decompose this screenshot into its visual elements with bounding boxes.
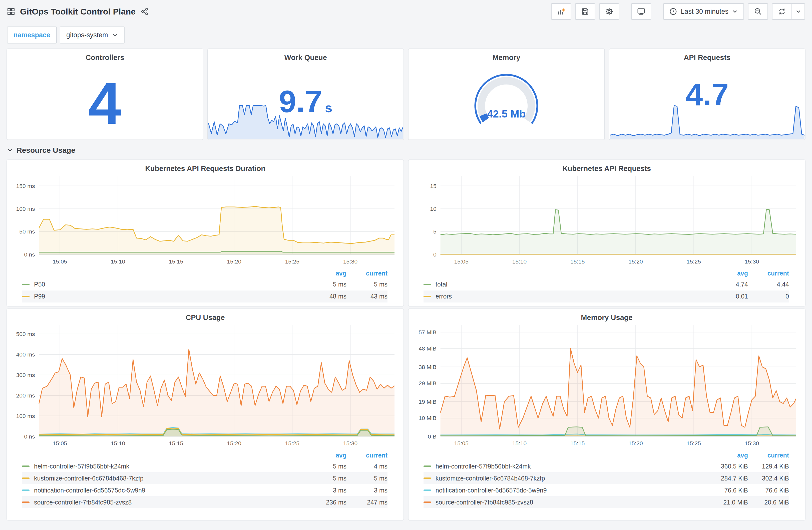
legend-current-value: 4 ms (346, 463, 388, 470)
legend-series-name[interactable]: source-controller-7fb84fc985-zvsz8 (34, 499, 305, 506)
panel-title[interactable]: API Requests (609, 49, 805, 62)
series-color-dash (423, 466, 431, 467)
cpu-usage-plot[interactable]: 15:0515:1015:1515:2015:2515:300 ns100 ms… (7, 322, 404, 449)
variable-value-text: gitops-system (66, 31, 108, 39)
legend-current-header[interactable]: current (346, 452, 388, 459)
add-panel-button[interactable] (551, 3, 571, 20)
legend-current-value: 4.44 (748, 281, 789, 288)
gear-icon (605, 8, 613, 15)
legend-current-value: 247 ms (346, 499, 388, 506)
legend-current-value: 43 ms (346, 293, 388, 300)
panel-title[interactable]: Controllers (7, 49, 203, 62)
legend-row: P9948 ms43 ms (22, 291, 388, 303)
api-requests-value: 4.7 (686, 77, 729, 112)
legend-current-header[interactable]: current (748, 452, 789, 459)
monitor-icon (637, 8, 645, 15)
svg-text:100 ms: 100 ms (16, 206, 35, 212)
legend-series-name[interactable]: kustomize-controller-6c6784b468-7kzfp (436, 475, 707, 482)
legend-header: avgcurrent (22, 268, 388, 279)
legend-current-value: 5 ms (346, 475, 388, 482)
series-color-dash (423, 284, 431, 285)
memory-usage-plot[interactable]: 15:0515:1015:1515:2015:2515:300 B10 MiB1… (408, 322, 805, 449)
svg-text:500 ms: 500 ms (16, 331, 35, 337)
legend-avg-header[interactable]: avg (707, 270, 748, 277)
legend-current-header[interactable]: current (748, 270, 789, 277)
work-queue-unit: s (325, 101, 332, 115)
legend-current-value: 302.4 KiB (748, 475, 789, 482)
stat-panels-row: Controllers 4 Work Queue 9.7s Memory 42.… (0, 48, 812, 140)
svg-text:15: 15 (430, 183, 436, 189)
panel-title[interactable]: Kubernetes API Requests Duration (7, 160, 404, 173)
refresh-icon (778, 8, 786, 15)
row-resource-usage[interactable]: Resource Usage (0, 140, 812, 158)
chevron-down-icon (7, 147, 13, 153)
clock-icon (669, 8, 677, 15)
zoom-out-icon (754, 8, 762, 15)
legend-row: kustomize-controller-6c6784b468-7kzfp284… (423, 472, 789, 484)
share-icon[interactable] (141, 8, 149, 15)
legend-row: source-controller-7fb84fc985-zvsz821.0 M… (423, 496, 789, 508)
kubernetes-api-requests-plot[interactable]: 15:0515:1015:1515:2015:2515:30051015 (408, 173, 805, 267)
svg-text:15:05: 15:05 (454, 258, 468, 265)
legend-series-name[interactable]: errors (436, 293, 707, 300)
panel-cpu-usage: CPU Usage 15:0515:1015:1515:2015:2515:30… (6, 309, 404, 520)
panel-title[interactable]: Kubernetes API Requests (408, 160, 805, 173)
legend-header: avgcurrent (22, 450, 388, 460)
save-dashboard-button[interactable] (575, 3, 595, 20)
series-color-dash (22, 501, 30, 503)
legend-avg-header[interactable]: avg (707, 452, 748, 459)
legend-avg-header[interactable]: avg (305, 452, 346, 459)
svg-text:10: 10 (430, 206, 436, 212)
legend-avg-value: 360.5 KiB (707, 463, 748, 470)
legend-current-header[interactable]: current (346, 270, 388, 277)
svg-text:50 ms: 50 ms (19, 228, 35, 235)
legend-series-name[interactable]: total (436, 281, 707, 288)
svg-text:5: 5 (433, 228, 436, 235)
zoom-out-time-button[interactable] (748, 3, 768, 20)
svg-text:15:15: 15:15 (169, 440, 183, 446)
refresh-interval-dropdown[interactable] (792, 3, 805, 20)
legend: avgcurrenttotal4.744.44errors0.010 (408, 267, 805, 306)
legend-avg-header[interactable]: avg (305, 270, 346, 277)
svg-text:15:30: 15:30 (745, 440, 759, 446)
dashboard-title[interactable]: GitOps Toolkit Control Plane (20, 7, 135, 16)
svg-text:10 MiB: 10 MiB (419, 415, 436, 421)
time-range-picker[interactable]: Last 30 minutes (663, 3, 744, 20)
svg-text:15:20: 15:20 (227, 258, 241, 265)
legend-series-name[interactable]: notification-controller-6d56575dc-5w9n9 (436, 487, 707, 494)
legend-series-name[interactable]: kustomize-controller-6c6784b468-7kzfp (34, 475, 305, 482)
svg-text:150 ms: 150 ms (16, 183, 35, 189)
panel-api-requests-duration: Kubernetes API Requests Duration 15:0515… (6, 160, 404, 307)
api-requests-duration-plot[interactable]: 15:0515:1015:1515:2015:2515:300 ns50 ms1… (7, 173, 404, 267)
legend-header: avgcurrent (423, 450, 789, 460)
svg-text:15:10: 15:10 (512, 440, 526, 446)
panel-title[interactable]: CPU Usage (7, 309, 404, 322)
panel-title[interactable]: Memory Usage (408, 309, 805, 322)
legend-row: notification-controller-6d56575dc-5w9n97… (423, 484, 789, 496)
legend-series-name[interactable]: P50 (34, 281, 305, 288)
legend-avg-value: 48 ms (305, 293, 346, 300)
svg-text:15:25: 15:25 (687, 440, 701, 446)
legend-header: avgcurrent (423, 268, 789, 279)
legend-avg-value: 284.7 KiB (707, 475, 748, 482)
cycle-view-mode-button[interactable] (631, 3, 651, 20)
legend-series-name[interactable]: notification-controller-6d56575dc-5w9n9 (34, 487, 305, 494)
legend-avg-value: 4.74 (707, 281, 748, 288)
time-range-label: Last 30 minutes (681, 8, 728, 15)
legend-current-value: 76.6 KiB (748, 487, 789, 494)
panel-controllers: Controllers 4 (6, 48, 203, 140)
series-color-dash (22, 477, 30, 479)
legend-series-name[interactable]: P99 (34, 293, 305, 300)
legend-series-name[interactable]: helm-controller-57f9b56bbf-k24mk (436, 463, 707, 470)
refresh-button[interactable] (772, 3, 792, 20)
legend: avgcurrenthelm-controller-57f9b56bbf-k24… (408, 449, 805, 511)
legend-series-name[interactable]: source-controller-7fb84fc985-zvsz8 (436, 499, 707, 506)
panel-title[interactable]: Work Queue (208, 49, 404, 62)
svg-text:15:15: 15:15 (169, 258, 183, 265)
dashboard-settings-button[interactable] (599, 3, 619, 20)
memory-gauge (408, 64, 604, 137)
panel-title[interactable]: Memory (408, 49, 604, 62)
variable-namespace-picker[interactable]: gitops-system (60, 27, 125, 44)
legend-series-name[interactable]: helm-controller-57f9b56bbf-k24mk (34, 463, 305, 470)
apps-grid-icon[interactable] (7, 8, 15, 15)
